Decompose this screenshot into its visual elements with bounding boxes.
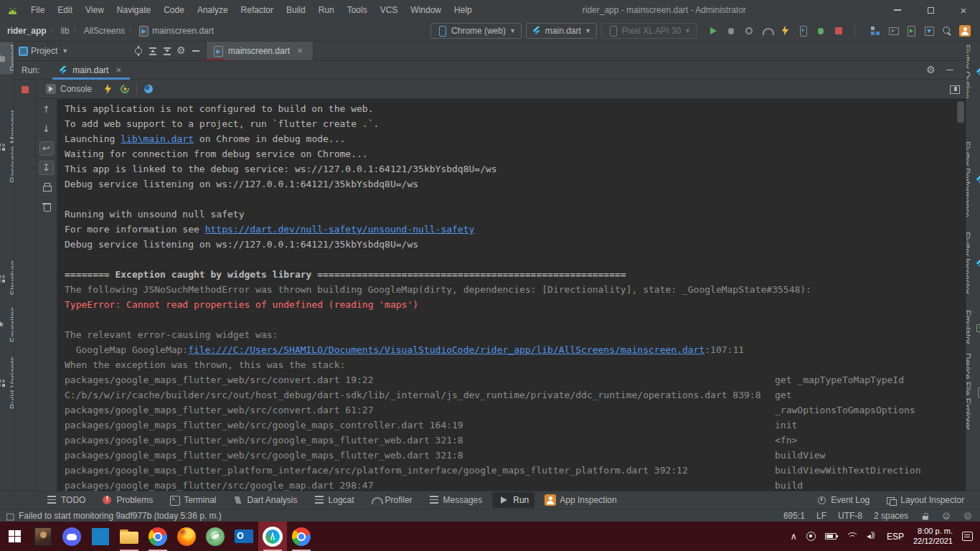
encoding-indicator[interactable]: UTF-8 [838, 511, 862, 521]
toolwindow-messages[interactable]: Messages [423, 493, 489, 508]
chevron-down-icon[interactable]: ▼ [62, 47, 68, 55]
collapse-all-icon[interactable] [161, 45, 173, 57]
sidebar-item-emulator[interactable]: Emulator [966, 307, 980, 347]
menu-refactor[interactable]: Refactor [235, 1, 280, 19]
close-run-tab-icon[interactable]: × [113, 65, 124, 76]
close-button[interactable]: × [947, 0, 980, 20]
taskbar-chrome-1[interactable] [143, 522, 172, 551]
toolwindow-layout-inspector[interactable]: Layout Inspector [880, 492, 970, 508]
caret-position[interactable]: 695:1 [783, 511, 805, 521]
hide-run-panel-icon[interactable] [944, 65, 956, 76]
debug-button[interactable] [723, 23, 739, 39]
attach-debugger-button[interactable] [813, 23, 829, 39]
taskbar-atom[interactable] [201, 522, 230, 551]
hot-reload-icon[interactable] [102, 83, 113, 95]
menu-window[interactable]: Window [404, 1, 448, 19]
menu-vcs[interactable]: VCS [374, 1, 405, 19]
toolwindow-app-inspection[interactable]: App Inspection [539, 492, 622, 508]
editor-tab-mainscreen[interactable]: mainscreen.dart × [207, 42, 314, 60]
battery-icon[interactable] [825, 533, 837, 540]
taskbar-file-explorer[interactable] [115, 522, 143, 551]
maximize-button[interactable] [914, 0, 947, 20]
sidebar-item-project[interactable]: Project [0, 42, 14, 74]
hide-project-panel-icon[interactable] [190, 45, 202, 57]
readonly-lock-icon[interactable] [920, 512, 928, 519]
sidebar-item-favorites[interactable]: ★Favorites [0, 304, 14, 345]
stack-location[interactable]: packages/google_maps_flutter_web/src/con… [65, 402, 775, 418]
stop-button[interactable] [831, 23, 847, 39]
toolwindow-run[interactable]: Run [492, 492, 534, 508]
taskbar-discord[interactable] [57, 522, 86, 551]
taskbar-outlook[interactable] [230, 522, 258, 551]
menu-run[interactable]: Run [312, 1, 341, 19]
console-link[interactable]: file:///C:/Users/SHAMILO/Documents/Visua… [188, 344, 705, 355]
indent-indicator[interactable]: 2 spaces [874, 511, 908, 521]
line-ending-indicator[interactable]: LF [816, 511, 826, 521]
emulator-selector[interactable]: Pixel XL API 30 ▼ [601, 23, 697, 39]
console-tab[interactable]: Console [42, 83, 96, 95]
running-devices-button[interactable] [885, 23, 901, 39]
close-tab-icon[interactable]: × [294, 45, 306, 57]
stack-location[interactable]: packages/google_maps_flutter_web/src/goo… [65, 433, 775, 448]
action-center-icon[interactable] [962, 532, 973, 541]
sidebar-item-build-variants[interactable]: Build Variants [0, 354, 14, 412]
taskbar-chrome-2[interactable] [287, 522, 316, 551]
start-button[interactable] [0, 522, 29, 551]
menu-code[interactable]: Code [157, 1, 191, 19]
device-manager-button[interactable] [903, 23, 919, 39]
menu-view[interactable]: View [79, 1, 110, 19]
toolwindow-profiler[interactable]: Profiler [364, 492, 418, 508]
scroll-to-end-button[interactable]: ↧ [39, 161, 54, 175]
toolwindow-logcat[interactable]: Logcat [308, 493, 360, 508]
taskbar-firefox[interactable] [172, 522, 201, 551]
taskbar-user-photo[interactable] [29, 522, 57, 551]
tray-expand-icon[interactable]: ∧ [790, 531, 797, 542]
taskbar-vscode[interactable] [86, 522, 115, 551]
dart-devtools-icon[interactable] [143, 83, 154, 95]
toggle-toolwindows-icon[interactable] [5, 512, 13, 519]
toolwindow-todo[interactable]: TODO [40, 493, 91, 508]
feedback-icon[interactable]: ☹ [963, 512, 971, 519]
coverage-button[interactable] [759, 23, 775, 39]
stack-location[interactable]: packages/google_maps_flutter_web/src/goo… [65, 448, 775, 463]
sidebar-item-flutter-outline[interactable]: Flutter Outline [966, 42, 980, 101]
menu-navigate[interactable]: Navigate [110, 1, 157, 19]
device-selector[interactable]: Chrome (web) ▼ [430, 23, 522, 39]
restore-layout-icon[interactable] [948, 83, 960, 95]
print-button[interactable] [39, 180, 54, 194]
run-tab-main-dart[interactable]: main.dart × [52, 61, 130, 80]
clear-all-button[interactable] [39, 199, 54, 214]
menu-help[interactable]: Help [448, 1, 479, 19]
meet-now-icon[interactable] [806, 532, 816, 541]
stack-location[interactable]: C:/b/s/w/ir/cache/builder/src/out/host_d… [65, 387, 775, 402]
menu-edit[interactable]: Edit [51, 1, 79, 19]
volume-icon[interactable] [867, 532, 877, 540]
run-button[interactable] [705, 23, 721, 39]
search-everywhere-button[interactable] [939, 23, 955, 39]
console-link[interactable]: https://dart.dev/null-safety/unsound-nul… [205, 224, 475, 235]
sidebar-item-structure[interactable]: Structure [0, 258, 14, 298]
sidebar-item-flutter-inspector[interactable]: Flutter Inspector [966, 229, 980, 297]
project-settings-icon[interactable] [176, 45, 187, 57]
run-panel-settings-icon[interactable] [925, 65, 937, 76]
scrollbar-thumb[interactable] [957, 101, 964, 123]
expand-all-icon[interactable] [147, 45, 159, 57]
flutter-hot-reload-button[interactable] [777, 23, 793, 39]
restart-app-button[interactable] [795, 23, 811, 39]
breadcrumb-file[interactable]: mainscreen.dart [139, 26, 214, 36]
toolwindow-event-log[interactable]: Event Log [810, 492, 875, 508]
soft-wrap-button[interactable]: ↩ [39, 141, 54, 156]
project-structure-button[interactable] [867, 23, 883, 39]
profile-app-button[interactable] [741, 23, 757, 39]
sidebar-item-device-file-explorer[interactable]: Device File Explorer [966, 350, 980, 433]
wifi-icon[interactable] [846, 532, 857, 540]
toolwindow-dart-analysis[interactable]: Dart Analysis [227, 492, 303, 508]
taskbar-android-studio[interactable] [258, 522, 287, 551]
clock[interactable]: 8:00 p. m. 22/12/2021 [913, 527, 953, 547]
sidebar-item-flutter-performance[interactable]: Flutter Performance [966, 138, 980, 220]
breadcrumb-allscreens[interactable]: AllScreens [84, 26, 125, 36]
menu-file[interactable]: File [24, 1, 51, 19]
down-stack-trace-button[interactable]: ↓ [39, 122, 54, 136]
project-panel-title[interactable]: Project [31, 46, 57, 56]
select-opened-file-icon[interactable] [133, 45, 144, 57]
